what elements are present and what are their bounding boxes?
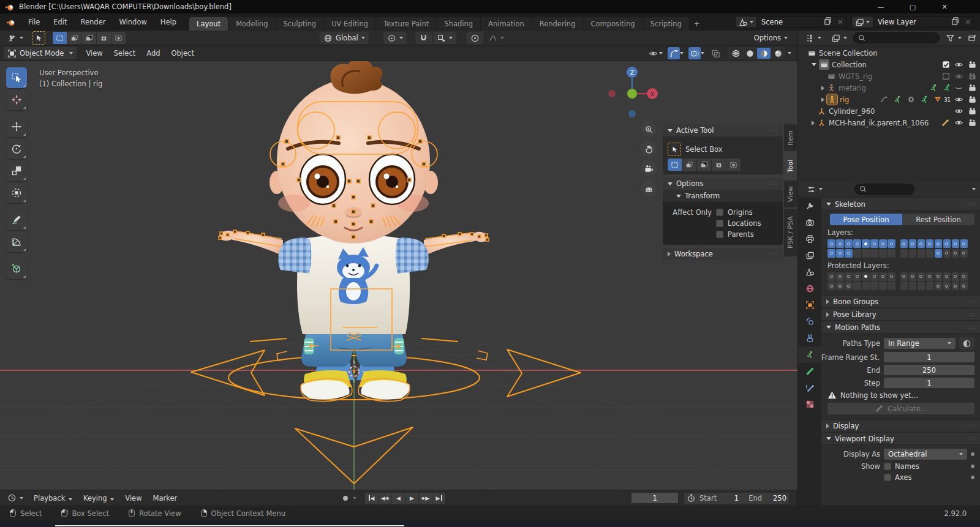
layer-toggle[interactable] bbox=[845, 239, 853, 248]
outliner-row-scene-collection[interactable]: Scene Collection bbox=[798, 47, 980, 59]
layer-toggle[interactable] bbox=[879, 249, 887, 258]
npanel-tab-psk-psa[interactable]: PSK / PSA bbox=[784, 209, 797, 256]
outliner-row-wgts-rig[interactable]: WGTS_rig bbox=[798, 70, 980, 82]
new-collection-button[interactable] bbox=[968, 34, 977, 43]
outliner-item-label[interactable]: WGTS_rig bbox=[839, 72, 940, 81]
outliner-row-cylinder-960[interactable]: Cylinder_960 bbox=[798, 105, 980, 117]
layer-toggle[interactable] bbox=[952, 282, 960, 290]
jump-start-button[interactable]: ◀ bbox=[365, 493, 378, 504]
layer-toggle[interactable] bbox=[900, 239, 908, 248]
tab-animation[interactable]: Animation bbox=[481, 17, 532, 31]
eye-icon[interactable] bbox=[954, 95, 963, 104]
rest-position-button[interactable]: Rest Position bbox=[902, 214, 974, 225]
scene-selector[interactable]: Scene ✕ bbox=[735, 16, 846, 28]
properties-tab-scene[interactable] bbox=[798, 264, 821, 280]
layer-toggle[interactable] bbox=[909, 239, 917, 248]
nav-ortho-button[interactable] bbox=[641, 180, 657, 196]
camera-icon[interactable] bbox=[968, 118, 977, 127]
parents-checkbox[interactable] bbox=[716, 231, 723, 238]
timeline-editor-type-button[interactable] bbox=[4, 492, 27, 504]
pose-position-button[interactable]: Pose Position bbox=[830, 214, 902, 225]
layer-toggle[interactable] bbox=[943, 272, 951, 281]
menu-file[interactable]: File bbox=[21, 13, 47, 31]
view-layer-remove-icon[interactable]: ✕ bbox=[962, 18, 973, 26]
panel-options-header[interactable]: Options∷∷ bbox=[663, 178, 783, 190]
layer-toggle[interactable] bbox=[836, 282, 844, 290]
menu-edit[interactable]: Edit bbox=[47, 13, 74, 31]
axes-checkbox[interactable] bbox=[884, 474, 891, 481]
checkbox-on-icon[interactable] bbox=[942, 61, 950, 69]
layer-toggle[interactable] bbox=[926, 249, 934, 258]
locations-checkbox[interactable] bbox=[716, 220, 723, 227]
play-reverse-button[interactable]: ◀ bbox=[392, 493, 405, 504]
layer-toggle[interactable] bbox=[900, 282, 908, 290]
shading-rendered-button[interactable] bbox=[771, 48, 785, 59]
frame-range-start-field[interactable]: 1 bbox=[884, 352, 974, 362]
npanel-select-mode-set[interactable] bbox=[668, 159, 682, 171]
scene-name[interactable]: Scene bbox=[757, 18, 821, 26]
use-preview-range-button[interactable] bbox=[687, 493, 696, 503]
layer-toggle[interactable] bbox=[845, 272, 853, 281]
scene-icon[interactable] bbox=[736, 17, 757, 28]
end-frame-field[interactable]: 250 bbox=[766, 494, 786, 503]
layer-toggle[interactable] bbox=[935, 239, 943, 248]
layer-toggle[interactable] bbox=[943, 239, 951, 248]
layer-toggle[interactable] bbox=[888, 249, 895, 258]
xray-toggle[interactable] bbox=[709, 47, 722, 59]
menu-help[interactable]: Help bbox=[154, 13, 183, 31]
display-panel-header[interactable]: Display∷∷ bbox=[821, 419, 980, 432]
layer-toggle[interactable] bbox=[960, 249, 968, 258]
tool-select-box[interactable] bbox=[6, 67, 27, 88]
scene-unlink-icon[interactable]: ✕ bbox=[835, 18, 846, 26]
tab-uv-editing[interactable]: UV Editing bbox=[324, 17, 375, 31]
npanel-tab-tool[interactable]: Tool bbox=[784, 152, 797, 179]
expand-icon[interactable] bbox=[812, 63, 816, 66]
jump-end-button[interactable]: ▶ bbox=[432, 493, 445, 504]
prev-keyframe-button[interactable]: ◀◆ bbox=[379, 493, 391, 504]
character-model[interactable] bbox=[219, 61, 489, 402]
view-layer-selector[interactable]: View Layer ✕ bbox=[851, 16, 974, 28]
overlays-button[interactable] bbox=[688, 47, 701, 59]
layer-toggle[interactable] bbox=[909, 282, 917, 290]
timeline-menu-view[interactable]: View bbox=[119, 494, 147, 503]
add-workspace-button[interactable]: + bbox=[690, 17, 704, 31]
close-button[interactable]: ✕ bbox=[931, 0, 958, 13]
outliner-search-input[interactable] bbox=[853, 32, 940, 43]
eye-closed-icon[interactable] bbox=[954, 83, 963, 92]
display-as-animate-dot[interactable] bbox=[971, 452, 974, 456]
properties-editor-type-button[interactable] bbox=[803, 183, 826, 195]
play-button[interactable]: ▶ bbox=[405, 493, 418, 504]
header-select-mode-invert[interactable] bbox=[97, 32, 111, 44]
layer-toggle[interactable] bbox=[879, 272, 887, 281]
layer-toggle[interactable] bbox=[960, 239, 968, 248]
paths-animate-button[interactable] bbox=[959, 337, 974, 349]
layer-toggle[interactable] bbox=[836, 239, 844, 248]
layer-toggle[interactable] bbox=[943, 249, 951, 258]
layer-toggle[interactable] bbox=[853, 272, 861, 281]
properties-search-input[interactable] bbox=[854, 184, 914, 195]
layer-toggle[interactable] bbox=[909, 272, 917, 281]
proportional-falloff-dropdown[interactable] bbox=[484, 32, 508, 44]
layer-toggle[interactable] bbox=[879, 239, 887, 248]
layer-toggle[interactable] bbox=[960, 282, 968, 290]
npanel-tab-item[interactable]: Item bbox=[784, 124, 797, 151]
names-checkbox[interactable] bbox=[884, 463, 891, 470]
shading-material-button[interactable] bbox=[757, 48, 771, 59]
gizmos-chevron[interactable] bbox=[680, 52, 684, 54]
properties-tab-bone-constraints[interactable] bbox=[798, 379, 821, 396]
timeline-menu-keying[interactable]: Keying bbox=[78, 494, 119, 503]
layer-toggle[interactable] bbox=[870, 282, 878, 290]
panel-workspace-header[interactable]: Workspace∷∷ bbox=[663, 248, 783, 260]
layer-toggle[interactable] bbox=[926, 239, 934, 248]
eye-icon[interactable] bbox=[954, 60, 963, 69]
viewport-display-panel-header[interactable]: Viewport Display∷∷ bbox=[821, 432, 980, 445]
start-frame-field[interactable]: 1 bbox=[720, 494, 739, 503]
view-layer-copy-icon[interactable] bbox=[948, 17, 962, 28]
nav-zoom-button[interactable] bbox=[641, 121, 657, 137]
tool-scale[interactable] bbox=[6, 160, 27, 181]
properties-tab-output[interactable] bbox=[798, 231, 821, 247]
camera-off-icon[interactable] bbox=[968, 72, 977, 81]
mode-dropdown[interactable]: Object Mode bbox=[4, 47, 77, 59]
tool-add-cube[interactable] bbox=[6, 258, 27, 279]
menu-window[interactable]: Window bbox=[112, 13, 153, 31]
